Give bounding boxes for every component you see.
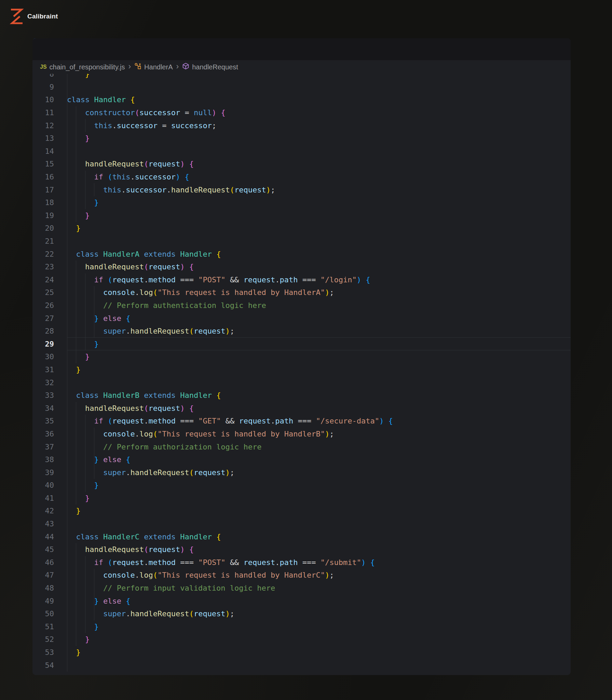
line-number[interactable]: 51 [32,622,54,631]
line-number[interactable]: 25 [32,288,54,297]
line-number[interactable]: 40 [32,481,54,489]
line-number[interactable]: 52 [32,635,54,644]
code-line[interactable]: 28 super.handleRequest(request); [32,325,571,338]
line-number[interactable]: 46 [32,558,54,567]
code-line[interactable]: 30 } [32,350,571,363]
code-line[interactable]: 34 handleRequest(request) { [32,402,571,415]
code-line[interactable]: 12 this.successor = successor; [32,119,571,132]
line-number[interactable]: 43 [32,520,54,528]
line-number[interactable]: 10 [32,95,54,104]
code-line[interactable]: 48 // Perform input validation logic her… [32,582,571,595]
line-number[interactable]: 38 [32,455,54,464]
code-line[interactable]: 16 if (this.successor) { [32,171,571,184]
code-line[interactable]: 52 } [32,633,571,646]
code-line[interactable]: 32 [32,376,571,389]
calibraint-logo-icon [10,8,24,25]
code-line[interactable]: 38 } else { [32,453,571,466]
line-number[interactable]: 17 [32,186,54,194]
line-number[interactable]: 21 [32,237,54,245]
code-line[interactable]: 24 if (request.method === "POST" && requ… [32,273,571,286]
line-number[interactable]: 34 [32,404,54,413]
line-number[interactable]: 19 [32,211,54,220]
code-line[interactable]: 39 super.handleRequest(request); [32,466,571,479]
line-number[interactable]: 22 [32,250,54,258]
code-line[interactable]: 19 } [32,209,571,222]
line-number[interactable]: 12 [32,121,54,130]
code-line[interactable]: 15 handleRequest(request) { [32,158,571,171]
line-number[interactable]: 24 [32,275,54,284]
code-line[interactable]: 49 } else { [32,594,571,607]
line-number[interactable]: 42 [32,507,54,515]
code-line[interactable]: 9 [32,81,571,94]
code-line[interactable]: 51 } [32,620,571,633]
code-line[interactable]: 47 console.log("This request is handled … [32,569,571,582]
code-line[interactable]: 35 if (request.method === "GET" && reque… [32,415,571,428]
line-number[interactable]: 37 [32,443,54,451]
code-line[interactable]: 45 handleRequest(request) { [32,543,571,556]
code-line[interactable]: 20 } [32,222,571,235]
breadcrumb-file[interactable]: JS chain_of_responsibility.js [40,63,125,71]
code-line[interactable]: 50 super.handleRequest(request); [32,607,571,620]
line-number[interactable]: 44 [32,533,54,541]
code-line[interactable]: 44 class HandlerC extends Handler { [32,530,571,543]
line-number[interactable]: 48 [32,584,54,592]
line-number[interactable]: 54 [32,661,54,670]
code-line[interactable]: 25 console.log("This request is handled … [32,286,571,299]
line-number[interactable]: 26 [32,301,54,310]
code-line[interactable]: 42 } [32,504,571,517]
line-number[interactable]: 32 [32,378,54,387]
line-number[interactable]: 39 [32,468,54,477]
line-number[interactable]: 11 [32,108,54,117]
line-number[interactable]: 35 [32,417,54,425]
code-line[interactable]: 43 [32,517,571,530]
code-line[interactable]: 11 constructor(successor = null) { [32,106,571,119]
line-number[interactable]: 45 [32,545,54,554]
code-line[interactable]: 10class Handler { [32,93,571,106]
line-number[interactable]: 18 [32,198,54,207]
line-number[interactable]: 41 [32,494,54,502]
line-number[interactable]: 33 [32,391,54,400]
line-number[interactable]: 27 [32,314,54,323]
line-number[interactable]: 30 [32,352,54,361]
line-number[interactable]: 50 [32,609,54,618]
code-line[interactable]: 54 [32,659,571,672]
line-number[interactable]: 53 [32,648,54,657]
code-line[interactable]: 27 } else { [32,312,571,325]
code-line[interactable]: 41 } [32,492,571,505]
line-number[interactable]: 16 [32,173,54,181]
code-area[interactable]: 8 }910class Handler {11 constructor(succ… [32,68,571,672]
code-line[interactable]: 36 console.log("This request is handled … [32,428,571,441]
breadcrumb-class[interactable]: HandlerA [134,63,173,71]
code-line[interactable]: 23 handleRequest(request) { [32,260,571,273]
code-line[interactable]: 46 if (request.method === "POST" && requ… [32,556,571,569]
code-line[interactable]: 31 } [32,363,571,376]
code-line[interactable]: 37 // Perform authorization logic here [32,440,571,453]
line-number[interactable]: 36 [32,430,54,438]
code-line[interactable]: 18 } [32,196,571,209]
code-line[interactable]: 17 this.successor.handleRequest(request)… [32,183,571,196]
code-line[interactable]: 53 } [32,646,571,659]
code-line[interactable]: 26 // Perform authentication logic here [32,299,571,312]
line-number[interactable]: 20 [32,224,54,232]
code-line[interactable]: 13 } [32,132,571,145]
code-line[interactable]: 40 } [32,479,571,492]
code-line[interactable]: 22 class HandlerA extends Handler { [32,247,571,260]
code-text: super.handleRequest(request); [67,468,234,477]
line-number[interactable]: 31 [32,365,54,374]
line-number[interactable]: 9 [32,83,54,91]
line-number[interactable]: 29 [32,340,54,348]
line-number[interactable]: 13 [32,134,54,143]
code-line[interactable]: 33 class HandlerB extends Handler { [32,389,571,402]
line-number[interactable]: 15 [32,160,54,168]
code-text: } [67,352,90,361]
line-number[interactable]: 47 [32,571,54,579]
line-number[interactable]: 49 [32,597,54,605]
line-number[interactable]: 28 [32,327,54,335]
code-line[interactable]: 29 } [32,337,571,350]
code-line[interactable]: 14 [32,145,571,158]
javascript-file-icon: JS [40,64,47,70]
code-line[interactable]: 21 [32,235,571,248]
breadcrumb-method[interactable]: handleRequest [182,63,238,71]
line-number[interactable]: 23 [32,262,54,271]
line-number[interactable]: 14 [32,147,54,156]
